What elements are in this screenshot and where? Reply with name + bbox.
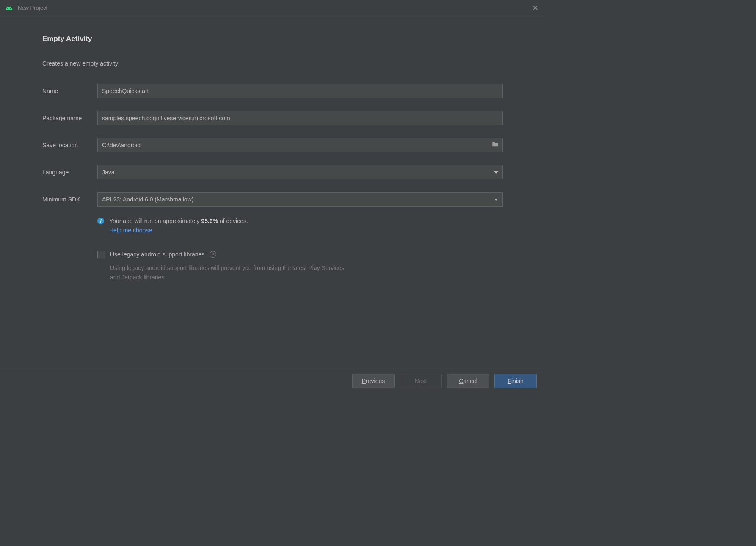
package-input[interactable]: [97, 111, 503, 125]
label-package: Package name: [42, 115, 97, 121]
row-language: Language Java: [42, 165, 503, 179]
page-description: Creates a new empty activity: [42, 60, 503, 67]
footer: Previous Next Cancel Finish: [0, 367, 545, 394]
chevron-down-icon: [494, 171, 498, 174]
label-language: Language: [42, 169, 97, 176]
wizard-content: Empty Activity Creates a new empty activ…: [0, 16, 545, 367]
help-icon[interactable]: ?: [210, 251, 216, 258]
legacy-label: Use legacy android.support libraries: [110, 251, 204, 258]
language-value: Java: [102, 169, 115, 176]
row-save-location: Save location: [42, 138, 503, 152]
finish-button[interactable]: Finish: [494, 374, 537, 388]
window-title: New Project: [18, 5, 530, 11]
legacy-block: Use legacy android.support libraries ? U…: [97, 251, 503, 282]
cancel-button[interactable]: Cancel: [447, 374, 489, 388]
language-dropdown[interactable]: Java: [97, 165, 503, 179]
info-icon: i: [97, 218, 104, 224]
label-min-sdk: Minimum SDK: [42, 196, 97, 203]
chevron-down-icon: [494, 199, 498, 201]
legacy-hint: Using legacy android.support libraries w…: [110, 263, 347, 282]
label-name: Name: [42, 88, 97, 94]
min-sdk-value: API 23: Android 6.0 (Marshmallow): [102, 196, 193, 203]
folder-icon: [492, 141, 499, 149]
close-icon[interactable]: ✕: [530, 3, 540, 13]
titlebar: New Project ✕: [0, 0, 545, 16]
min-sdk-dropdown[interactable]: API 23: Android 6.0 (Marshmallow): [97, 192, 503, 207]
previous-button[interactable]: Previous: [352, 374, 395, 388]
legacy-checkbox[interactable]: [97, 251, 105, 258]
row-min-sdk: Minimum SDK API 23: Android 6.0 (Marshma…: [42, 192, 503, 207]
save-location-input[interactable]: [97, 138, 488, 152]
row-name: Name: [42, 84, 503, 98]
browse-folder-button[interactable]: [488, 138, 503, 152]
row-package: Package name: [42, 111, 503, 125]
device-coverage-text: Your app will run on approximately 95.6%…: [109, 218, 248, 224]
help-me-choose-link[interactable]: Help me choose: [109, 227, 503, 234]
page-heading: Empty Activity: [42, 35, 503, 43]
next-button: Next: [400, 374, 442, 388]
sdk-info: i Your app will run on approximately 95.…: [97, 218, 503, 234]
android-icon: [5, 4, 13, 12]
name-input[interactable]: [97, 84, 503, 98]
label-save-location: Save location: [42, 142, 97, 149]
